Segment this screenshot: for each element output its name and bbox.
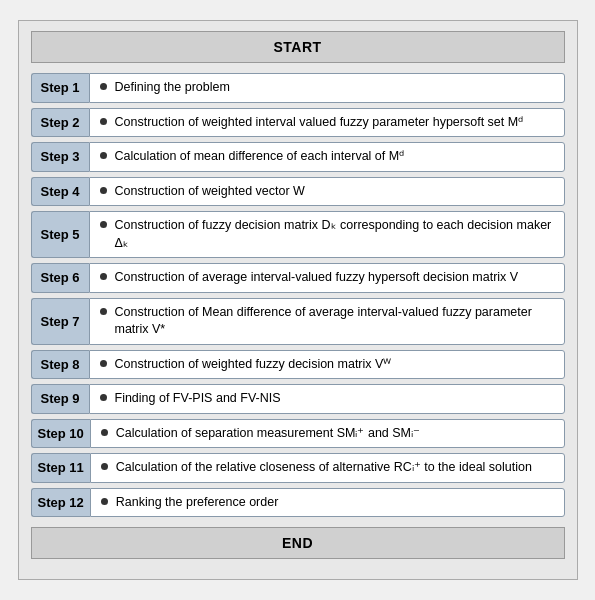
bullet-icon xyxy=(100,221,107,228)
step-label-5: Step 5 xyxy=(31,211,89,258)
bullet-icon xyxy=(100,187,107,194)
step-label-9: Step 9 xyxy=(31,384,89,414)
step-text-2: Construction of weighted interval valued… xyxy=(115,114,554,132)
bullet-icon xyxy=(100,360,107,367)
step-content-1: Defining the problem xyxy=(89,73,565,103)
step-row-12: Step 12Ranking the preference order xyxy=(31,488,565,518)
step-content-9: Finding of FV-PIS and FV-NIS xyxy=(89,384,565,414)
step-row-8: Step 8Construction of weighted fuzzy dec… xyxy=(31,350,565,380)
step-label-2: Step 2 xyxy=(31,108,89,138)
bullet-icon xyxy=(101,463,108,470)
step-content-11: Calculation of the relative closeness of… xyxy=(90,453,565,483)
step-label-3: Step 3 xyxy=(31,142,89,172)
step-row-3: Step 3Calculation of mean difference of … xyxy=(31,142,565,172)
step-label-4: Step 4 xyxy=(31,177,89,207)
step-label-12: Step 12 xyxy=(31,488,90,518)
step-text-7: Construction of Mean difference of avera… xyxy=(115,304,554,339)
step-text-11: Calculation of the relative closeness of… xyxy=(116,459,554,477)
step-label-7: Step 7 xyxy=(31,298,89,345)
flowchart: START Step 1Defining the problemStep 2Co… xyxy=(18,20,578,580)
step-row-4: Step 4Construction of weighted vector W xyxy=(31,177,565,207)
step-text-4: Construction of weighted vector W xyxy=(115,183,554,201)
step-text-9: Finding of FV-PIS and FV-NIS xyxy=(115,390,554,408)
step-content-10: Calculation of separation measurement SM… xyxy=(90,419,565,449)
step-row-9: Step 9Finding of FV-PIS and FV-NIS xyxy=(31,384,565,414)
header-box: START xyxy=(31,31,565,63)
step-row-7: Step 7Construction of Mean difference of… xyxy=(31,298,565,345)
step-text-5: Construction of fuzzy decision matrix Dₖ… xyxy=(115,217,554,252)
bullet-icon xyxy=(101,429,108,436)
bullet-icon xyxy=(100,152,107,159)
bullet-icon xyxy=(100,394,107,401)
step-content-7: Construction of Mean difference of avera… xyxy=(89,298,565,345)
bullet-icon xyxy=(100,273,107,280)
bullet-icon xyxy=(100,118,107,125)
step-row-10: Step 10Calculation of separation measure… xyxy=(31,419,565,449)
bullet-icon xyxy=(100,308,107,315)
step-row-5: Step 5Construction of fuzzy decision mat… xyxy=(31,211,565,258)
step-text-6: Construction of average interval-valued … xyxy=(115,269,554,287)
step-content-12: Ranking the preference order xyxy=(90,488,565,518)
step-content-4: Construction of weighted vector W xyxy=(89,177,565,207)
bullet-icon xyxy=(100,83,107,90)
step-content-6: Construction of average interval-valued … xyxy=(89,263,565,293)
steps-container: Step 1Defining the problemStep 2Construc… xyxy=(31,73,565,517)
step-text-8: Construction of weighted fuzzy decision … xyxy=(115,356,554,374)
step-content-5: Construction of fuzzy decision matrix Dₖ… xyxy=(89,211,565,258)
step-label-8: Step 8 xyxy=(31,350,89,380)
step-text-10: Calculation of separation measurement SM… xyxy=(116,425,554,443)
step-label-1: Step 1 xyxy=(31,73,89,103)
step-text-12: Ranking the preference order xyxy=(116,494,554,512)
step-content-8: Construction of weighted fuzzy decision … xyxy=(89,350,565,380)
step-row-11: Step 11Calculation of the relative close… xyxy=(31,453,565,483)
bullet-icon xyxy=(101,498,108,505)
footer-box: END xyxy=(31,527,565,559)
step-text-1: Defining the problem xyxy=(115,79,554,97)
step-label-6: Step 6 xyxy=(31,263,89,293)
step-row-2: Step 2Construction of weighted interval … xyxy=(31,108,565,138)
step-row-6: Step 6Construction of average interval-v… xyxy=(31,263,565,293)
step-label-10: Step 10 xyxy=(31,419,90,449)
step-content-3: Calculation of mean difference of each i… xyxy=(89,142,565,172)
step-text-3: Calculation of mean difference of each i… xyxy=(115,148,554,166)
step-row-1: Step 1Defining the problem xyxy=(31,73,565,103)
step-content-2: Construction of weighted interval valued… xyxy=(89,108,565,138)
step-label-11: Step 11 xyxy=(31,453,90,483)
